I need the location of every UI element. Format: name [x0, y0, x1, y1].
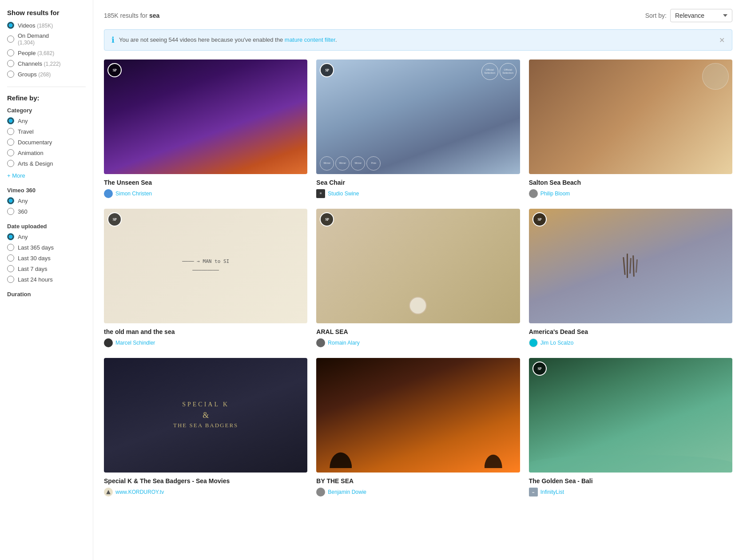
- video-title-3: Salton Sea Beach: [529, 179, 732, 187]
- category-arts-design-radio[interactable]: [7, 160, 14, 167]
- category-section: Category Any Travel Documentary Animatio…: [7, 107, 86, 179]
- video-creator-4[interactable]: Marcel Schindler: [104, 338, 307, 347]
- sp-badge-9: SP: [532, 361, 547, 376]
- filter-channels-label: Channels (1,222): [18, 60, 61, 67]
- info-banner-left: ℹ You are not seeing 544 videos here bec…: [111, 35, 337, 45]
- category-travel[interactable]: Travel: [7, 128, 86, 135]
- video-creator-5[interactable]: Romain Alary: [316, 338, 520, 347]
- video-creator-1[interactable]: Simon Christen: [104, 189, 307, 198]
- video-card-7[interactable]: SPECIAL K & THE SEA BADGERS Special K & …: [104, 358, 307, 496]
- category-documentary-label: Documentary: [18, 139, 52, 146]
- video-creator-6[interactable]: Jim Lo Scalzo: [529, 338, 732, 347]
- info-icon: ℹ: [111, 35, 115, 45]
- video-title-1: The Unseen Sea: [104, 179, 307, 187]
- creator-avatar-6: [529, 338, 538, 347]
- date-7-radio[interactable]: [7, 265, 14, 272]
- category-travel-radio[interactable]: [7, 128, 14, 135]
- creator-avatar-8: [316, 488, 325, 496]
- video-title-6: America's Dead Sea: [529, 328, 732, 336]
- creator-avatar-4: [104, 338, 113, 347]
- video-card-6[interactable]: SP America's Dead Sea Jim Lo Scalzo: [529, 209, 732, 347]
- date-any-radio[interactable]: [7, 233, 14, 240]
- video-thumbnail-9: SP: [529, 358, 732, 473]
- date-365[interactable]: Last 365 days: [7, 244, 86, 251]
- filter-on-demand[interactable]: On Demand(1,304): [7, 32, 86, 46]
- filter-groups-radio[interactable]: [7, 71, 14, 78]
- vimeo360-360[interactable]: 360: [7, 208, 86, 215]
- sp-badge-5: SP: [320, 212, 334, 226]
- filter-people-label: People (3,682): [18, 50, 54, 56]
- video-creator-2[interactable]: ≡ Studio Swine: [316, 189, 520, 198]
- video-thumbnail-3: [529, 60, 732, 174]
- date-30-radio[interactable]: [7, 254, 14, 262]
- page-container: Show results for Videos (185K) On Demand…: [0, 0, 743, 560]
- creator-name-3: Philip Bloom: [540, 191, 570, 197]
- sort-select[interactable]: Relevance Date Likes Comments Duration: [670, 9, 732, 22]
- date-365-radio[interactable]: [7, 244, 14, 251]
- category-any-radio[interactable]: [7, 117, 14, 124]
- creator-name-4: Marcel Schindler: [115, 340, 155, 346]
- video-creator-7[interactable]: www.KORDUROY.tv: [104, 488, 307, 496]
- filter-videos-radio[interactable]: [7, 22, 14, 29]
- video-grid: SP The Unseen Sea Simon Christen SP: [104, 60, 732, 496]
- video-card-2[interactable]: SP Official Selection Official Selection…: [316, 60, 520, 198]
- creator-name-2: Studio Swine: [328, 191, 359, 197]
- video-card-1[interactable]: SP The Unseen Sea Simon Christen: [104, 60, 307, 198]
- video-thumbnail-2: SP Official Selection Official Selection…: [316, 60, 520, 174]
- category-arts-design-label: Arts & Design: [18, 160, 53, 167]
- video-card-9[interactable]: SP The Golden Sea - Bali ∞ InfinityList: [529, 358, 732, 496]
- video-creator-3[interactable]: Philip Bloom: [529, 189, 732, 198]
- category-animation-radio[interactable]: [7, 149, 14, 156]
- video-card-4[interactable]: SP ──── → MAN to SI ───────── the old ma…: [104, 209, 307, 347]
- results-count: 185K results for sea: [104, 12, 159, 19]
- creator-name-5: Romain Alary: [328, 340, 359, 346]
- vimeo360-360-radio[interactable]: [7, 208, 14, 215]
- refine-divider: [7, 87, 86, 87]
- filter-people-radio[interactable]: [7, 49, 14, 56]
- filter-on-demand-radio[interactable]: [7, 36, 14, 43]
- info-banner-close[interactable]: ✕: [719, 36, 725, 44]
- filter-videos[interactable]: Videos (185K): [7, 22, 86, 29]
- category-animation-label: Animation: [18, 150, 44, 156]
- duration-title: Duration: [7, 291, 86, 298]
- sort-label: Sort by:: [645, 12, 667, 19]
- date-30[interactable]: Last 30 days: [7, 254, 86, 262]
- video-card-8[interactable]: BY THE SEA Benjamin Dowie: [316, 358, 520, 496]
- date-24h-radio[interactable]: [7, 276, 14, 283]
- video-card-5[interactable]: SP ARAL SEA Romain Alary: [316, 209, 520, 347]
- vimeo360-any[interactable]: Any: [7, 197, 86, 204]
- filter-channels-radio[interactable]: [7, 60, 14, 67]
- date-7[interactable]: Last 7 days: [7, 265, 86, 272]
- filter-groups[interactable]: Groups (268): [7, 71, 86, 78]
- creator-name-7: www.KORDUROY.tv: [115, 489, 164, 495]
- mature-content-filter-link[interactable]: mature content filter: [285, 36, 335, 43]
- category-arts-design[interactable]: Arts & Design: [7, 160, 86, 167]
- video-thumbnail-6: SP: [529, 209, 732, 323]
- date-24h-label: Last 24 hours: [18, 276, 53, 283]
- category-documentary[interactable]: Documentary: [7, 139, 86, 146]
- video-card-3[interactable]: Salton Sea Beach Philip Bloom: [529, 60, 732, 198]
- category-any-label: Any: [18, 118, 28, 124]
- vimeo360-any-radio[interactable]: [7, 197, 14, 204]
- video-creator-9[interactable]: ∞ InfinityList: [529, 488, 732, 496]
- video-creator-8[interactable]: Benjamin Dowie: [316, 488, 520, 496]
- creator-avatar-9: ∞: [529, 488, 538, 496]
- category-documentary-radio[interactable]: [7, 139, 14, 146]
- creator-name-8: Benjamin Dowie: [328, 489, 366, 495]
- category-more-link[interactable]: + More: [7, 172, 25, 179]
- sort-container: Sort by: Relevance Date Likes Comments D…: [645, 9, 732, 22]
- info-banner-text: You are not seeing 544 videos here becau…: [119, 36, 337, 44]
- vimeo360-any-label: Any: [18, 198, 28, 204]
- results-count-text: 185K results for sea: [104, 12, 159, 19]
- category-any[interactable]: Any: [7, 117, 86, 124]
- filter-channels[interactable]: Channels (1,222): [7, 60, 86, 67]
- award-badges-bottom-2: Winner Winner Winner Prize: [320, 156, 381, 171]
- filter-people[interactable]: People (3,682): [7, 49, 86, 56]
- video-title-2: Sea Chair: [316, 179, 520, 187]
- category-animation[interactable]: Animation: [7, 149, 86, 156]
- date-24h[interactable]: Last 24 hours: [7, 276, 86, 283]
- date-365-label: Last 365 days: [18, 244, 54, 251]
- date-any[interactable]: Any: [7, 233, 86, 240]
- vimeo360-title: Vimeo 360: [7, 187, 86, 194]
- svg-marker-0: [106, 490, 111, 494]
